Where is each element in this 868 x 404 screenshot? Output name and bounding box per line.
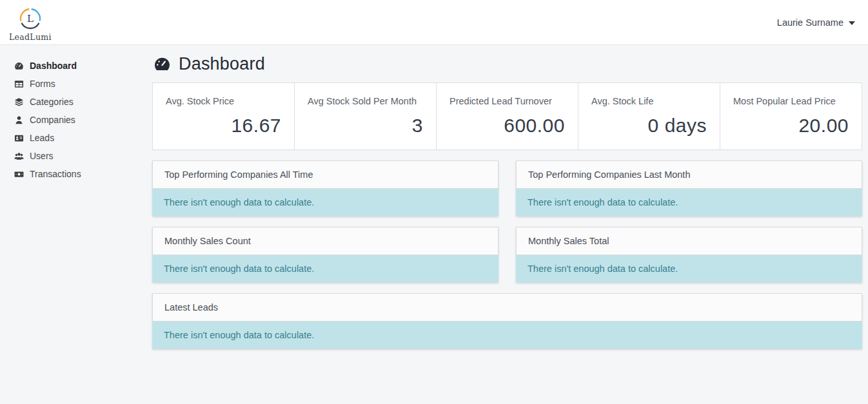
icon-users — [14, 151, 24, 161]
stat-card: Avg. Stock Life 0 days — [578, 83, 720, 149]
sidebar-item-label: Categories — [30, 97, 74, 107]
panel-monthly-sales-total: Monthly Sales Total There isn't enough d… — [516, 227, 862, 282]
panel-top-performing-companies-last-month: Top Performing Companies Last Month Ther… — [516, 160, 862, 216]
sidebar-item-transactions[interactable]: Transactions — [0, 165, 152, 183]
sidebar: Dashboard Forms Categories Companies Lea… — [0, 45, 152, 404]
main-content: Dashboard Avg. Stock Price 16.67 Avg Sto… — [152, 45, 868, 404]
panel-empty-message: There isn't enough data to calculate. — [152, 322, 862, 349]
icon-money — [14, 169, 24, 179]
stat-value: 0 days — [591, 115, 707, 137]
stat-card: Most Popular Lead Price 20.00 — [720, 83, 862, 149]
icon-user — [14, 115, 24, 125]
stat-card: Avg Stock Sold Per Month 3 — [295, 83, 437, 149]
sidebar-item-label: Leads — [30, 133, 54, 143]
sidebar-item-dashboard[interactable]: Dashboard — [0, 57, 152, 75]
brand-logo[interactable]: L LeadLumi — [9, 3, 52, 42]
stat-label: Avg. Stock Price — [166, 96, 281, 106]
panel-title: Top Performing Companies Last Month — [516, 160, 862, 189]
stat-value: 600.00 — [449, 115, 565, 137]
stat-label: Avg Stock Sold Per Month — [308, 96, 423, 106]
page-title: Dashboard — [179, 54, 265, 74]
panel-title: Top Performing Companies All Time — [152, 160, 498, 189]
panel-title: Monthly Sales Count — [152, 227, 498, 255]
sidebar-item-label: Companies — [30, 115, 75, 125]
user-name: Laurie Surname — [777, 17, 843, 28]
icon-id-card — [14, 133, 24, 143]
stat-card: Predicted Lead Turnover 600.00 — [437, 83, 578, 149]
page-title-row: Dashboard — [153, 54, 862, 74]
tachometer-icon — [153, 55, 171, 73]
icon-layers — [14, 97, 24, 107]
stat-label: Predicted Lead Turnover — [449, 96, 565, 106]
panel-empty-message: There isn't enough data to calculate. — [152, 255, 498, 282]
panel-latest-leads: Latest Leads There isn't enough data to … — [152, 293, 862, 349]
caret-down-icon — [849, 21, 855, 25]
icon-tachometer — [14, 61, 24, 71]
panel-top-performing-companies-all-time: Top Performing Companies All Time There … — [152, 160, 498, 216]
panel-empty-message: There isn't enough data to calculate. — [516, 189, 862, 216]
leadlumi-logo-icon: L — [17, 6, 43, 32]
logo-letter: L — [27, 13, 34, 24]
stat-value: 3 — [308, 115, 423, 137]
sidebar-item-categories[interactable]: Categories — [0, 93, 152, 111]
stat-label: Most Popular Lead Price — [733, 96, 849, 106]
stats-row: Avg. Stock Price 16.67 Avg Stock Sold Pe… — [152, 82, 862, 150]
stat-card: Avg. Stock Price 16.67 — [153, 83, 295, 149]
panel-empty-message: There isn't enough data to calculate. — [516, 255, 862, 282]
page-layout: Dashboard Forms Categories Companies Lea… — [0, 45, 868, 404]
panel-empty-message: There isn't enough data to calculate. — [152, 189, 498, 216]
panel-title: Monthly Sales Total — [516, 227, 862, 255]
sidebar-item-label: Users — [30, 151, 54, 161]
user-menu[interactable]: Laurie Surname — [777, 17, 855, 28]
panel-monthly-sales-count: Monthly Sales Count There isn't enough d… — [152, 227, 498, 282]
stat-label: Avg. Stock Life — [591, 96, 707, 106]
panels-grid: Top Performing Companies All Time There … — [152, 160, 862, 349]
sidebar-item-users[interactable]: Users — [0, 147, 152, 165]
stat-value: 20.00 — [733, 115, 849, 137]
icon-table — [14, 79, 24, 89]
sidebar-item-label: Dashboard — [30, 61, 77, 71]
panel-title: Latest Leads — [152, 293, 862, 322]
brand-name: LeadLumi — [9, 32, 52, 42]
sidebar-item-companies[interactable]: Companies — [0, 111, 152, 129]
sidebar-item-label: Forms — [30, 79, 55, 89]
sidebar-item-leads[interactable]: Leads — [0, 129, 152, 147]
sidebar-item-forms[interactable]: Forms — [0, 75, 152, 93]
sidebar-item-label: Transactions — [30, 169, 81, 179]
top-bar: L LeadLumi Laurie Surname — [0, 0, 868, 45]
stat-value: 16.67 — [166, 115, 281, 137]
